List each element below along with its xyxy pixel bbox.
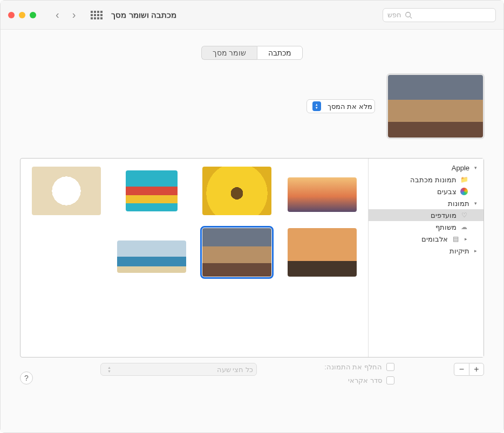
tab-bar: מכתבה שומר מסך	[20, 46, 484, 60]
svg-line-1	[410, 16, 412, 18]
sidebar-label-apple: Apple	[452, 164, 469, 172]
fit-mode-label: מלא את המסך	[328, 102, 372, 111]
thumbnail[interactable]	[202, 167, 271, 215]
close-icon[interactable]	[8, 12, 15, 18]
sidebar-label: משותף	[435, 223, 457, 231]
sidebar-label: מועדפים	[431, 211, 457, 219]
sidebar-label-photos: תמונות	[448, 200, 469, 208]
random-order-label: סדר אקראי	[348, 376, 382, 384]
thumbnail[interactable]	[288, 177, 357, 212]
change-picture-checkbox[interactable]	[386, 363, 394, 371]
options: החלף את התמונה: סדר אקראי	[324, 363, 394, 384]
add-remove-buttons: + −	[454, 363, 484, 376]
sidebar-label: תמונות מכתבה	[410, 176, 457, 184]
chevron-down-icon: ▾	[473, 165, 478, 170]
forward-button[interactable]: ›	[72, 9, 76, 21]
prefs-window: ‹ › מכתבה ושומר מסך חפש מכתבה שומר מסך מ…	[0, 0, 504, 433]
footer: + − החלף את התמונה: סדר אקראי כל חצי שעה…	[20, 363, 484, 384]
sidebar-label: צבעים	[437, 188, 457, 196]
sidebar-label-folders: תיקיות	[449, 247, 469, 255]
stack-icon: ▤	[451, 235, 460, 243]
tab-screensaver[interactable]: שומר מסך	[201, 46, 257, 60]
content-area: מכתבה שומר מסך מלא את המסך ▾ Apple 📁 תמו…	[1, 30, 503, 432]
sidebar-label: אלבומים	[421, 235, 448, 243]
fit-mode-select[interactable]: מלא את המסך	[307, 99, 375, 113]
window-controls	[8, 12, 36, 18]
titlebar: ‹ › מכתבה ושומר מסך חפש	[1, 1, 503, 30]
palette-icon	[460, 187, 468, 196]
sidebar-group-apple[interactable]: ▾ Apple	[369, 162, 483, 174]
sidebar-group-folders[interactable]: ▸ תיקיות	[369, 245, 483, 257]
cloud-icon: ☁︎	[460, 223, 468, 231]
minimize-icon[interactable]	[19, 12, 25, 18]
preview-row: מלא את המסך	[20, 74, 484, 139]
remove-folder-button[interactable]: −	[454, 363, 469, 376]
add-folder-button[interactable]: +	[469, 363, 484, 376]
thumbnail[interactable]	[126, 170, 178, 211]
random-order-row: סדר אקראי	[324, 376, 394, 384]
sidebar-item-desktop-pictures[interactable]: 📁 תמונות מכתבה	[369, 174, 483, 185]
sidebar-group-photos[interactable]: ▾ תמונות	[369, 197, 483, 209]
stepper-icon: ▲▼	[107, 366, 111, 373]
chevron-right-icon: ▸	[463, 236, 468, 242]
thumbnail-selected[interactable]	[202, 228, 271, 277]
chevron-down-icon: ▾	[473, 201, 478, 206]
current-wallpaper-preview	[387, 74, 484, 139]
interval-label: כל חצי שעה	[217, 366, 253, 374]
chevron-right-icon: ▸	[473, 248, 478, 253]
window-title: מכתבה ושומר מסך	[111, 10, 176, 20]
thumbnail-grid	[21, 159, 368, 357]
thumbnail[interactable]	[32, 167, 101, 215]
source-sidebar: ▾ Apple 📁 תמונות מכתבה צבעים ▾ תמונות ♡	[368, 159, 483, 357]
folder-icon: 📁	[460, 175, 468, 184]
thumbnail[interactable]	[117, 240, 186, 273]
search-icon	[405, 11, 412, 19]
tab-desktop[interactable]: מכתבה	[257, 46, 303, 60]
thumbnail[interactable]	[288, 228, 357, 277]
sidebar-item-favorites[interactable]: ♡ מועדפים	[369, 209, 483, 221]
random-order-checkbox[interactable]	[386, 376, 394, 384]
back-button[interactable]: ‹	[56, 9, 59, 21]
nav-arrows: ‹ ›	[56, 9, 76, 21]
svg-point-0	[406, 12, 411, 17]
help-button[interactable]: ?	[20, 372, 33, 384]
heart-icon: ♡	[460, 211, 468, 219]
sidebar-item-shared[interactable]: ☁︎ משותף	[369, 221, 483, 233]
stepper-icon	[312, 101, 321, 111]
zoom-icon[interactable]	[30, 12, 36, 18]
search-input[interactable]: חפש	[383, 8, 496, 22]
sidebar-item-colors[interactable]: צבעים	[369, 185, 483, 197]
sidebar-item-albums[interactable]: ▸ ▤ אלבומים	[369, 233, 483, 245]
change-picture-label: החלף את התמונה:	[324, 363, 382, 371]
search-placeholder: חפש	[387, 11, 401, 19]
show-all-icon[interactable]	[91, 11, 103, 19]
change-interval-select[interactable]: כל חצי שעה ▲▼	[100, 363, 257, 376]
image-browser: ▾ Apple 📁 תמונות מכתבה צבעים ▾ תמונות ♡	[20, 158, 484, 358]
change-picture-row: החלף את התמונה:	[324, 363, 394, 371]
